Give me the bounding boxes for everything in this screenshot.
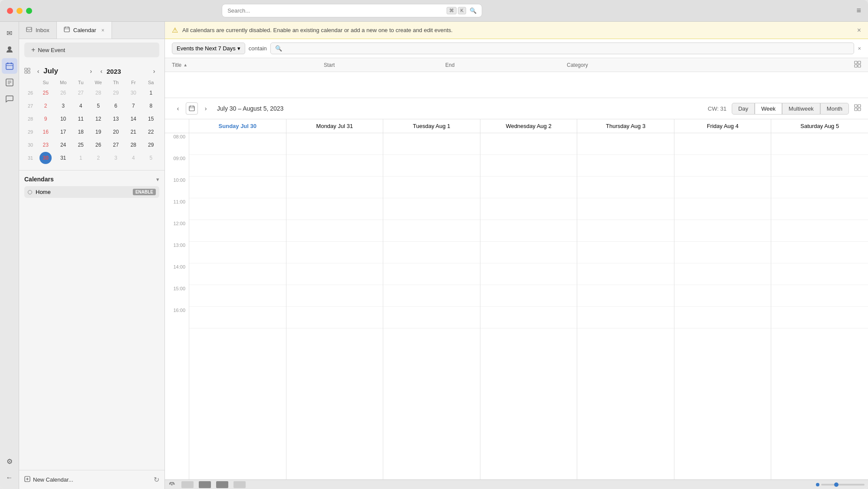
time-cell[interactable] [383,133,480,155]
today-button[interactable] [186,102,198,115]
cal-day[interactable]: 18 [75,126,87,138]
filter-search[interactable]: 🔍 [270,43,855,54]
time-cell[interactable] [286,263,383,285]
maximize-button[interactable] [26,8,32,14]
time-cell[interactable] [577,263,674,285]
time-cell[interactable] [480,242,577,263]
cal-day[interactable]: 16 [39,126,52,138]
time-cell[interactable] [383,285,480,307]
time-cell[interactable] [189,155,286,177]
time-cell[interactable] [674,285,771,307]
cal-day[interactable]: 29 [110,87,122,99]
cal-day[interactable]: 5 [145,152,157,164]
sidebar-icon-calendar[interactable] [2,58,17,74]
time-cell[interactable] [771,263,868,285]
time-cell[interactable] [286,307,383,328]
filter-search-input[interactable] [286,45,850,52]
time-cell[interactable] [771,177,868,198]
cal-day[interactable]: 28 [127,139,139,151]
time-cell[interactable] [189,242,286,263]
cal-day[interactable]: 13 [110,113,122,125]
cal-day[interactable]: 15 [145,113,157,125]
time-cell[interactable] [674,220,771,242]
time-cell[interactable] [480,177,577,198]
cal-day[interactable]: 8 [145,100,157,112]
cal-day[interactable]: 2 [92,152,104,164]
tab-calendar[interactable]: Calendar × [57,22,112,39]
time-cell[interactable] [674,133,771,155]
month-view-button[interactable]: Month [820,103,849,115]
time-cell[interactable] [286,198,383,220]
cal-day[interactable]: 28 [92,87,104,99]
cal-day[interactable]: 3 [57,100,69,112]
day-col-fri[interactable] [674,133,771,479]
day-header-thu[interactable]: Thursday Aug 3 [577,119,674,133]
day-col-wed[interactable] [480,133,577,479]
time-cell[interactable] [577,220,674,242]
time-cell[interactable] [577,133,674,155]
warning-close-button[interactable]: × [857,26,861,34]
next-week-button[interactable]: › [200,102,212,115]
time-cell[interactable] [383,220,480,242]
cal-day[interactable]: 6 [110,100,122,112]
cal-day[interactable]: 19 [92,126,104,138]
cal-day[interactable]: 21 [127,126,139,138]
time-cell[interactable] [383,177,480,198]
time-cell[interactable] [189,307,286,328]
time-cell[interactable] [577,177,674,198]
new-event-button[interactable]: + New Event [24,43,159,57]
time-cell[interactable] [480,198,577,220]
time-cell[interactable] [383,155,480,177]
scroll-bar[interactable] [821,484,865,486]
time-cell[interactable] [383,242,480,263]
tab-inbox[interactable]: Inbox [19,22,57,39]
time-cell[interactable] [771,285,868,307]
search-input[interactable] [227,7,443,14]
sidebar-icon-contacts[interactable] [2,42,17,57]
sync-icon[interactable]: ↻ [154,476,159,484]
time-cell[interactable] [577,242,674,263]
cal-day[interactable]: 9 [39,113,52,125]
time-cell[interactable] [674,177,771,198]
day-header-sun[interactable]: Sunday Jul 30 [189,119,286,133]
cal-day[interactable]: 31 [57,152,69,164]
time-cell[interactable] [674,155,771,177]
cal-day[interactable]: 17 [57,126,69,138]
calendars-header[interactable]: Calendars ▾ [24,176,159,183]
time-cell[interactable] [577,285,674,307]
time-cell[interactable] [189,133,286,155]
cal-day[interactable]: 11 [75,113,87,125]
sidebar-icon-mail[interactable]: ✉ [2,25,17,41]
menu-icon[interactable]: ≡ [856,6,861,15]
time-cell[interactable] [771,155,868,177]
time-cell[interactable] [383,198,480,220]
day-col-tue[interactable] [383,133,480,479]
prev-week-button[interactable]: ‹ [172,102,184,115]
minimize-button[interactable] [16,8,23,14]
prev-month-button[interactable]: ‹ [33,66,43,76]
cal-day[interactable]: 27 [75,87,87,99]
time-cell[interactable] [577,307,674,328]
cal-day[interactable]: 25 [75,139,87,151]
search-bar[interactable]: ⌘ K 🔍 [222,4,482,17]
new-calendar-button[interactable]: New Calendar... [24,476,73,483]
cal-day[interactable]: 26 [57,87,69,99]
enable-button[interactable]: ENABLE [133,189,156,195]
time-cell[interactable] [674,242,771,263]
time-cell[interactable] [286,242,383,263]
time-cell[interactable] [189,263,286,285]
time-cell[interactable] [480,155,577,177]
multiweek-view-button[interactable]: Multiweek [782,103,820,115]
next-month-button[interactable]: › [86,66,96,76]
cal-day[interactable]: 4 [75,100,87,112]
time-cell[interactable] [771,133,868,155]
cal-day[interactable]: 5 [92,100,104,112]
cal-day[interactable]: 2 [39,100,52,112]
time-cell[interactable] [286,220,383,242]
sidebar-icon-tasks[interactable] [2,75,17,90]
time-cell[interactable] [286,177,383,198]
cal-day[interactable]: 30 [127,87,139,99]
time-cell[interactable] [286,133,383,155]
day-header-wed[interactable]: Wednesday Aug 2 [480,119,577,133]
cal-day[interactable]: 4 [127,152,139,164]
